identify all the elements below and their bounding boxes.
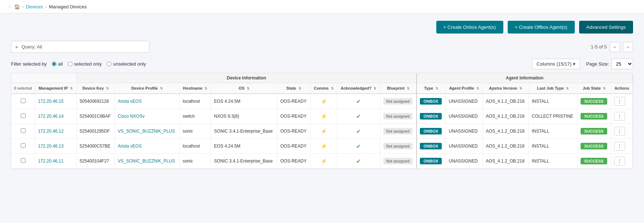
col-type[interactable]: Type ⇅ [417,83,446,94]
filter-all-radio[interactable] [52,62,56,66]
home-icon[interactable]: 🏠 [14,4,20,9]
row-actions[interactable]: ⋮ [611,94,633,109]
row-actions[interactable]: ⋮ [611,139,633,154]
breadcrumb-devices-link[interactable]: Devices [26,4,43,9]
filter-unselected-label[interactable]: unselected only [107,61,146,67]
row-checkbox[interactable] [21,98,26,103]
comms-plug-icon: ⚡ [321,143,327,149]
page-prev-button[interactable]: ‹‹ [610,42,620,52]
advanced-settings-button[interactable]: Advanced Settings [579,21,633,34]
row-checkbox-cell[interactable] [11,139,35,154]
filter-unselected-radio[interactable] [107,62,112,66]
row-management-ip: 172.20.46.14 [35,109,77,124]
filter-selected-text: selected only [74,61,102,67]
filter-selected-radio[interactable] [68,62,73,66]
device-profile-link[interactable]: Arista vEOS [118,99,141,104]
row-state: OOS-READY [277,94,311,109]
page-next-button[interactable]: ›› [623,42,633,52]
table-body: 172.20.46.15 505400692128 Arista vEOS lo… [11,94,633,169]
row-device-key: 525400104F27 [77,154,115,169]
management-ip-link[interactable]: 172.20.46.14 [38,114,63,119]
row-comms: ⚡ [311,109,337,124]
filter-selected-label[interactable]: selected only [68,61,102,67]
col-management-ip[interactable]: Management IP ⇅ [35,83,77,94]
job-state-badge: SUCCESS [581,143,607,149]
row-device-key: 5254001C8BAF [77,109,115,124]
row-device-profile: VS_SONIC_BUZZNIK_PLUS [115,124,180,139]
col-agent-profile[interactable]: Agent Profile ⇅ [446,83,483,94]
blueprint-badge: Not assigned [383,98,413,105]
col-state[interactable]: State ⇅ [277,83,311,94]
acknowledged-check-icon: ✔ [356,98,361,105]
row-job-state: SUCCESS [577,139,611,154]
table-row: 172.20.46.12 5254001295DF VS_SONIC_BUZZN… [11,124,633,139]
row-last-job-type: INSTALL [529,154,578,169]
row-actions[interactable]: ⋮ [611,124,633,139]
row-checkbox[interactable] [21,158,26,163]
agent-information-header: Agent Information [417,73,632,83]
row-actions-button[interactable]: ⋮ [614,127,625,136]
row-actions-button[interactable]: ⋮ [614,142,625,150]
acknowledged-check-icon: ✔ [356,143,361,149]
management-ip-link[interactable]: 172.20.46.13 [38,144,63,149]
job-state-badge: SUCCESS [581,113,607,120]
create-onbox-button[interactable]: + Create Onbox Agent(s) [436,21,503,34]
col-last-job-type[interactable]: Last Job Type ⇅ [529,83,578,94]
device-profile-link[interactable]: VS_SONIC_BUZZNIK_PLUS [118,129,175,134]
comms-plug-icon: ⚡ [321,98,327,104]
breadcrumb-separator2: › [45,4,47,9]
row-acknowledged: ✔ [337,139,380,154]
row-hostname: switch [180,109,211,124]
col-hostname[interactable]: Hostname ⇅ [180,83,211,94]
management-ip-link[interactable]: 172.20.46.15 [38,99,63,104]
select-all-header[interactable]: 0 selected [11,83,35,94]
col-job-state[interactable]: Job State ⇅ [577,83,611,94]
star-icon[interactable]: ☆ [7,4,12,9]
col-os[interactable]: OS ⇅ [211,83,277,94]
row-actions[interactable]: ⋮ [611,154,633,169]
row-apstra-version: AOS_4.1.2_OB.218 [483,124,529,139]
row-apstra-version: AOS_4.1.2_OB.218 [483,94,529,109]
selected-count: 0 selected [14,86,32,90]
row-actions-button[interactable]: ⋮ [614,112,625,121]
row-actions-button[interactable]: ⋮ [614,97,625,106]
devices-table: Device Information Agent Information 0 s… [11,73,633,169]
filter-unselected-text: unselected only [113,61,146,67]
row-checkbox-cell[interactable] [11,94,35,109]
device-profile-link[interactable]: Cisco NXOSv [118,114,144,119]
row-checkbox-cell[interactable] [11,109,35,124]
filter-all-label[interactable]: all [52,61,63,67]
row-checkbox-cell[interactable] [11,124,35,139]
row-blueprint: Not assigned [380,94,417,109]
row-checkbox[interactable] [21,143,26,148]
row-checkbox[interactable] [21,113,26,118]
query-input[interactable]: ▶ Query: All [11,41,149,53]
type-badge: ONBOX [420,143,442,149]
device-profile-link[interactable]: VS_SONIC_BUZZNIK_PLUS [118,159,175,164]
management-ip-link[interactable]: 172.20.46.12 [38,129,63,134]
row-type: ONBOX [417,94,446,109]
type-badge: ONBOX [420,98,442,105]
row-agent-profile: UNASSIGNED [446,94,483,109]
col-acknowledged[interactable]: Acknowledged? ⇅ [337,83,380,94]
page-size-select[interactable]: 25 50 100 [611,59,633,69]
col-blueprint[interactable]: Blueprint ⇅ [380,83,417,94]
row-device-key: 5254001295DF [77,124,115,139]
management-ip-link[interactable]: 172.20.46.11 [38,159,63,164]
columns-button[interactable]: Columns (15/17) ▾ [532,59,580,69]
row-checkbox-cell[interactable] [11,154,35,169]
row-acknowledged: ✔ [337,154,380,169]
col-apstra-version[interactable]: Apstra Version ⇅ [483,83,529,94]
col-device-key[interactable]: Device Key ⇅ [77,83,115,94]
device-profile-link[interactable]: Arista vEOS [118,144,141,149]
col-device-profile[interactable]: Device Profile ⇅ [115,83,180,94]
create-offbox-button[interactable]: + Create Offbox Agent(s) [508,21,575,34]
row-checkbox[interactable] [21,128,26,133]
filter-label: Filter selected by [11,61,47,67]
row-actions-button[interactable]: ⋮ [614,157,625,165]
row-job-state: SUCCESS [577,94,611,109]
row-last-job-type: INSTALL [529,139,578,154]
row-actions[interactable]: ⋮ [611,109,633,124]
col-comms[interactable]: Comms ⇅ [311,83,337,94]
row-type: ONBOX [417,109,446,124]
